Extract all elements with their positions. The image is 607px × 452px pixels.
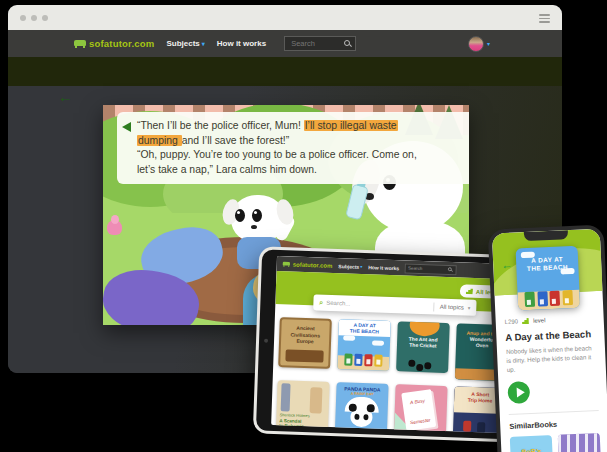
book-description: Nobody likes it when the beach is dirty.… xyxy=(506,344,597,374)
level-row: L290 level xyxy=(505,315,595,325)
cloud-art xyxy=(343,335,355,340)
paper-art: A BusySemester xyxy=(401,389,436,431)
account-menu[interactable]: ▾ xyxy=(468,36,490,52)
story-text-card: “Then I’ll be the police officer, Mum! I… xyxy=(117,112,469,184)
page: sofatutor.com Subjects▾ How it works ▾ ← xyxy=(0,0,607,452)
tablet-mockup: sofatutor.com Subjects▾ How it works Sea… xyxy=(253,246,528,442)
browser-titlebar xyxy=(8,5,562,30)
nav-how-it-works[interactable]: How it works xyxy=(217,39,266,48)
book-cover-ant-and-cricket[interactable]: The Ant andThe Cricket xyxy=(396,321,450,373)
divider xyxy=(434,302,435,311)
level-label: level xyxy=(533,317,546,324)
chevron-down-icon: ▾ xyxy=(468,305,471,311)
couch-icon xyxy=(283,261,290,266)
trash-bins-art xyxy=(337,353,389,367)
sofatutor-logo[interactable]: sofatutor.com xyxy=(283,260,333,270)
trash-bins-art xyxy=(517,290,580,308)
topics-dropdown[interactable]: All topics xyxy=(440,304,464,311)
similar-books-heading: SimilarBooks xyxy=(509,418,599,431)
book-cover-panda-panda[interactable]: PANDA PANDA A RAINY DAY xyxy=(335,382,389,433)
chevron-down-icon: ▾ xyxy=(487,41,490,47)
search-placeholder: Search... xyxy=(326,300,429,310)
panda-art xyxy=(350,407,373,428)
search-icon[interactable] xyxy=(344,40,351,47)
book-cover-a-busy-semester[interactable]: A BusySemester xyxy=(394,384,448,433)
camera-dot xyxy=(264,338,268,342)
book-cover-bobs[interactable]: BoB’s xyxy=(510,435,553,452)
window-controls[interactable] xyxy=(20,15,48,21)
book-cover-a-day-at-the-beach[interactable]: A DAY ATTHE BEACH xyxy=(516,246,581,311)
audio-play-icon[interactable] xyxy=(122,122,131,132)
book-detail: L290 level A Day at the Beach Nobody lik… xyxy=(496,315,607,452)
cloud-art xyxy=(521,252,535,259)
book-grid: AncientCivilisationsEurope A DAY ATTHE B… xyxy=(271,317,514,433)
chevron-down-icon: ▾ xyxy=(360,264,362,268)
book-title: A Day at the Beach xyxy=(505,328,595,343)
highlighted-text: dumping xyxy=(137,135,182,146)
book-cover-a-day-at-the-beach[interactable]: A DAY ATTHE BEACH xyxy=(337,319,391,371)
level-code: L290 xyxy=(505,318,519,325)
logo-text: sofatutor.com xyxy=(89,38,154,49)
subheader-band xyxy=(8,57,562,86)
phone-mockup: ← A DAY ATTHE BEACH L290 level A Day at … xyxy=(488,225,607,452)
nav-subjects[interactable]: Subjects▾ xyxy=(166,39,204,48)
site-navbar: sofatutor.com Subjects▾ How it works ▾ xyxy=(8,30,562,57)
back-arrow-icon[interactable]: ← xyxy=(58,88,73,105)
nav-search-box[interactable]: Search xyxy=(405,263,457,275)
search-input[interactable] xyxy=(289,38,344,49)
play-button[interactable] xyxy=(507,381,530,404)
book-cover-purple[interactable] xyxy=(558,433,601,452)
book-cover-scandal-in-bohemia[interactable]: Sherlock Holmes A Scandalin Bohemia xyxy=(276,380,330,432)
phone-screen: ← A DAY ATTHE BEACH L290 level A Day at … xyxy=(492,229,607,452)
chevron-down-icon: ▾ xyxy=(202,41,205,47)
phone-notch xyxy=(524,230,568,241)
highlighted-text: I’ll stop illegal waste xyxy=(304,120,398,131)
search-icon: ⌕ xyxy=(319,298,323,306)
story-line: “Oh, puppy. You’re too young to be a pol… xyxy=(137,148,469,163)
similar-books-row: BoB’s xyxy=(510,433,601,452)
nav-subjects[interactable]: Subjects▾ xyxy=(338,263,362,270)
search-icon xyxy=(448,267,452,271)
tablet-bezel: sofatutor.com Subjects▾ How it works Sea… xyxy=(256,249,525,439)
flower-art xyxy=(107,220,122,235)
book-cover-ancient-civilisations[interactable]: AncientCivilisationsEurope xyxy=(278,317,332,369)
cloud-art xyxy=(372,340,384,345)
level-icon xyxy=(522,318,529,324)
level-icon xyxy=(466,288,473,294)
sofatutor-logo[interactable]: sofatutor.com xyxy=(74,38,154,49)
divider xyxy=(509,410,599,415)
nav-how-it-works[interactable]: How it works xyxy=(368,264,399,271)
back-arrow-icon[interactable]: ← xyxy=(501,259,513,271)
cloud-art xyxy=(560,268,574,275)
nav-search-box xyxy=(284,36,356,51)
library-search-bar[interactable]: ⌕ Search... All topics ▾ xyxy=(313,294,476,316)
couch-icon xyxy=(74,40,86,48)
story-line: dumping and I’ll save the forest!” xyxy=(137,134,469,149)
story-line: let’s take a nap,” Lara calms him down. xyxy=(137,163,469,178)
menu-icon[interactable] xyxy=(539,14,550,23)
story-line: “Then I’ll be the police officer, Mum! I… xyxy=(137,119,469,134)
avatar xyxy=(468,36,484,52)
tablet-screen: sofatutor.com Subjects▾ How it works Sea… xyxy=(271,256,516,433)
tablet-green-band: All levels ⌕ Search... All topics ▾ xyxy=(275,271,515,312)
